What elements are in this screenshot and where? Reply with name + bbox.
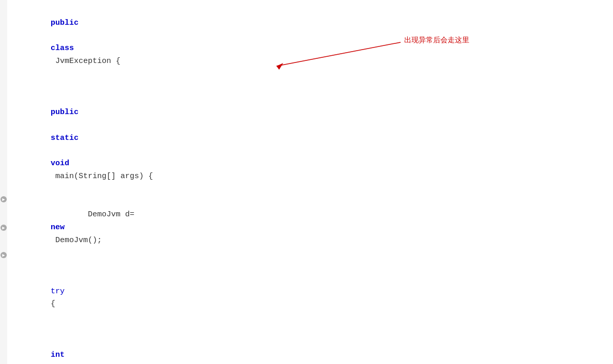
line-3: DemoJvm d= new DemoJvm(); [11,196,613,260]
code-lines: public class JvmException { public stati… [0,0,613,364]
line-1-content: public class JvmException { [11,4,613,81]
keyword-void-1: void [51,159,69,168]
left-gutter: ▶ ▶ ▶ [0,0,7,364]
line-2-content: public static void main(String[] args) { [11,81,613,196]
keyword-static-1: static [51,134,79,143]
gutter-marker-3[interactable]: ▶ [1,252,7,258]
line-4-content: try { [11,260,613,324]
keyword-public-2: public [51,108,79,117]
gutter-icon-3: ▶ [2,252,5,258]
line-4: try { [11,260,613,324]
line-2: public static void main(String[] args) { [11,81,613,196]
line-5: int x=d.div( a: 1 , b: 0 ); [11,324,613,364]
keyword-class-1: class [51,44,74,53]
keyword-public-1: public [51,19,79,27]
code-editor: ▶ ▶ ▶ public class JvmException { public [0,0,613,364]
gutter-marker-2[interactable]: ▶ [1,225,7,231]
keyword-new-1: new [51,223,65,232]
line-5-content: int x=d.div( a: 1 , b: 0 ); [11,324,613,364]
gutter-icon-2: ▶ [2,225,5,231]
keyword-int-1: int [51,351,65,359]
gutter-marker-1[interactable]: ▶ [1,196,7,202]
gutter-icon-1: ▶ [2,197,5,202]
line-3-content: DemoJvm d= new DemoJvm(); [11,196,613,260]
line-1: public class JvmException { [11,4,613,81]
keyword-try-1: try [51,287,65,296]
